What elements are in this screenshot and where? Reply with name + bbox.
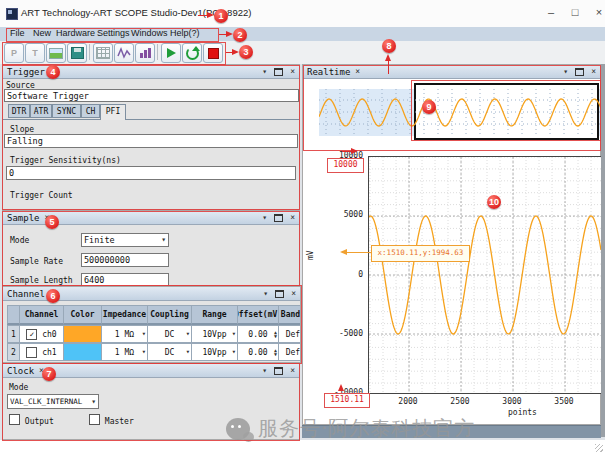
ch0-enable-checkbox[interactable]: ✓	[26, 329, 37, 340]
realtime-menu-icon[interactable]: ▾	[563, 67, 568, 76]
ch1-color-swatch[interactable]	[64, 344, 101, 360]
tab-sync[interactable]: SYNC	[52, 104, 81, 118]
realtime-tab-close-icon[interactable]: ×	[355, 67, 360, 76]
trigger-count-label: Trigger Count	[10, 191, 73, 200]
ch0-color-swatch[interactable]	[64, 326, 101, 342]
export-image-button[interactable]	[46, 43, 66, 63]
channel-float-icon[interactable]	[275, 290, 284, 298]
realtime-close-icon[interactable]: ×	[591, 67, 596, 76]
output-label: Output	[25, 417, 54, 426]
sample-close-icon[interactable]: ×	[290, 213, 295, 222]
sensitivity-field[interactable]: 0	[6, 166, 296, 180]
sample-length-field[interactable]: 6400	[81, 273, 169, 287]
histogram-view-button[interactable]	[135, 43, 155, 63]
grid-icon	[96, 47, 110, 59]
ch0-coupling-select[interactable]: DC	[148, 325, 192, 343]
spinner-icon[interactable]: ▲▼	[274, 348, 277, 356]
trigger-close-icon[interactable]: ×	[290, 67, 295, 76]
master-checkbox[interactable]	[89, 414, 100, 425]
ch0-range-select[interactable]: 10Vpp	[192, 325, 238, 343]
row-index: 1	[7, 325, 20, 343]
clock-float-icon[interactable]	[274, 367, 283, 375]
clock-close-icon[interactable]: ×	[290, 366, 295, 375]
channel-menu-icon[interactable]: ▾	[263, 289, 268, 298]
ch1-impedance-select[interactable]: 1 MΩ	[102, 343, 148, 361]
output-checkbox[interactable]	[9, 414, 20, 425]
menu-help[interactable]: Help(?)	[170, 28, 200, 38]
stop-button[interactable]	[203, 43, 223, 63]
y-marker-line	[342, 151, 351, 152]
ch1-enable-checkbox[interactable]	[26, 347, 37, 358]
trigger-float-icon[interactable]	[274, 68, 283, 76]
sample-rate-field[interactable]: 500000000	[81, 253, 169, 267]
x-cursor-arrow-icon	[338, 384, 344, 391]
table-row: 2 ch1 1 MΩ DC 10Vpp 0.00▲▼ Default	[7, 343, 300, 361]
trigger-menu-icon[interactable]: ▾	[262, 67, 267, 76]
spinner-icon[interactable]: ▲▼	[274, 330, 277, 338]
toolbar: P T	[0, 41, 605, 65]
start-button[interactable]	[161, 43, 181, 63]
ch0-offset-stepper[interactable]: 0.00▲▼	[238, 325, 279, 343]
clock-menu-icon[interactable]: ▾	[262, 366, 267, 375]
histogram-icon	[138, 47, 152, 59]
ch0-bandwidth-select[interactable]: Default	[279, 325, 300, 343]
sample-menu-icon[interactable]: ▾	[262, 213, 267, 222]
ch0-color-cell[interactable]	[64, 325, 102, 343]
menu-bar: File New Hardware Settings Windows Help(…	[0, 27, 605, 42]
annotation-circle-10: 10	[487, 195, 501, 209]
realtime-float-icon[interactable]	[575, 68, 584, 76]
slope-label: Slope	[10, 125, 34, 134]
add-p-button[interactable]: P	[4, 43, 24, 63]
realtime-panel-title: Realtime	[307, 67, 350, 77]
mode-select[interactable]: Finite	[81, 233, 169, 247]
realtime-panel-title-bar[interactable]: Realtime × ▾ ×	[303, 65, 600, 79]
minimize-button[interactable]: –	[542, 4, 560, 22]
ch1-range-select[interactable]: 10Vpp	[192, 343, 238, 361]
slope-field[interactable]: Falling	[4, 134, 298, 148]
master-checkbox-row: Master	[89, 414, 134, 426]
app-window: ART Technology-ART SCOPE Studio-Dev1(PCI…	[0, 0, 605, 456]
annotation-circle-3: 3	[239, 45, 253, 59]
menu-file[interactable]: File	[10, 28, 25, 38]
annotation-circle-7: 7	[42, 367, 56, 381]
resize-grip[interactable]	[595, 444, 603, 452]
ch0-impedance-select[interactable]: 1 MΩ	[102, 325, 148, 343]
menu-settings[interactable]: Settings	[97, 28, 130, 38]
annotation-arrow-icon	[207, 12, 214, 18]
menu-windows[interactable]: Windows	[131, 28, 168, 38]
source-field[interactable]: Software Trigger	[4, 89, 299, 102]
annotation-arrow-icon	[385, 54, 391, 61]
close-button[interactable]: ×	[590, 4, 605, 22]
save-button[interactable]	[67, 43, 87, 63]
clock-panel-title: Clock	[7, 366, 34, 376]
col-color: Color	[64, 305, 102, 325]
x-tick: 2500	[440, 397, 480, 406]
chart-waveform	[369, 157, 601, 393]
add-t-button[interactable]: T	[25, 43, 45, 63]
sample-float-icon[interactable]	[274, 214, 283, 222]
watermark-text: 服务号·阿尔泰科技官方	[258, 415, 475, 442]
y-tick: -5000	[323, 329, 363, 338]
ch1-bandwidth-select[interactable]: Default	[279, 343, 300, 361]
channel-close-icon[interactable]: ×	[291, 289, 296, 298]
tab-ch[interactable]: CH	[81, 104, 100, 118]
ch1-color-cell[interactable]	[64, 343, 102, 361]
grid-view-button[interactable]	[93, 43, 113, 63]
continuous-button[interactable]	[182, 43, 202, 63]
tab-pfi[interactable]: PFI	[100, 104, 126, 120]
tooltip-arrow-icon	[340, 249, 347, 255]
ch1-coupling-select[interactable]: DC	[148, 343, 192, 361]
sample-panel-title: Sample	[7, 213, 40, 223]
toolbar-separator	[157, 44, 158, 60]
menu-hardware[interactable]: Hardware	[56, 28, 95, 38]
clock-mode-select[interactable]: VAL_CLK_INTERNAL	[7, 394, 99, 409]
chart-plot-area[interactable]	[368, 156, 602, 394]
waveform-view-button[interactable]	[114, 43, 134, 63]
maximize-button[interactable]: □	[566, 4, 584, 22]
tab-dtr[interactable]: DTR	[8, 104, 30, 118]
tab-atr[interactable]: ATR	[30, 104, 52, 118]
menu-new[interactable]: New	[33, 28, 51, 38]
trigger-panel-title: Trigger	[7, 67, 45, 77]
col-coupling: Coupling	[148, 305, 192, 325]
ch1-offset-stepper[interactable]: 0.00▲▼	[238, 343, 279, 361]
